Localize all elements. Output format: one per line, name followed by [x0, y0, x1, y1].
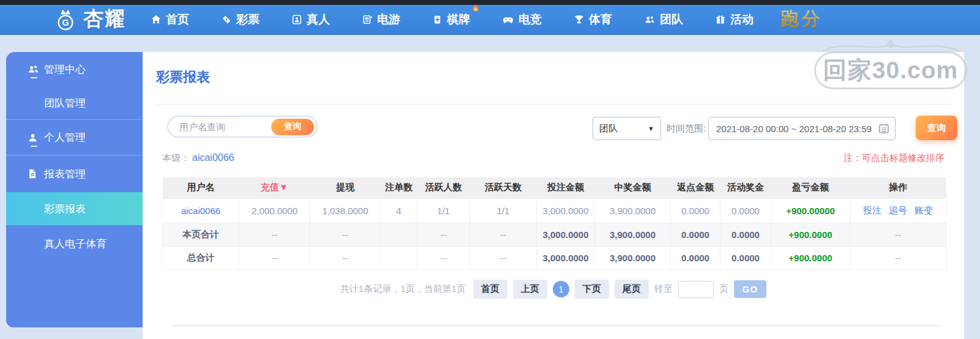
cell-profit: +900.00000 [771, 198, 850, 223]
cell: -- [310, 223, 381, 246]
col-activity-bonus[interactable]: 活动奖金 [720, 177, 771, 198]
cell-bet-amount: 3,000.0000 [537, 198, 595, 223]
sidebar-item-report-management[interactable]: 报表管理 [6, 155, 143, 192]
col-bet-count[interactable]: 注单数 [381, 177, 417, 198]
sidebar-label: 报表管理 [44, 167, 86, 181]
watermark-text: 回家30.com [814, 51, 967, 89]
nav-item-lottery[interactable]: 彩票 [221, 12, 260, 28]
svg-text:G: G [62, 17, 69, 27]
col-deposit-sorted[interactable]: 充值▼ [239, 177, 310, 198]
go-button[interactable]: GO [734, 280, 766, 298]
report-document-icon [27, 168, 38, 180]
calendar-icon[interactable] [878, 122, 890, 135]
col-label: 充值 [261, 182, 279, 192]
cell: 0.0000 [720, 223, 771, 246]
cell: -- [850, 246, 946, 269]
sidebar-menu: 管理中心 团队管理 个人管理 报表管理 彩票报表 真人电子体育 [6, 52, 143, 327]
cell-rebate: 0.0000 [671, 198, 720, 223]
lottery-ticket-icon [221, 14, 232, 25]
action-chase-link[interactable]: 追号 [889, 205, 907, 217]
sidebar-item-live-esports[interactable]: 真人电子体育 [6, 225, 143, 262]
nav-item-sports[interactable]: 体育 [574, 12, 612, 28]
scope-select[interactable]: 团队 ▼ [593, 117, 661, 140]
cell: 0.0000 [671, 246, 720, 269]
nav-label: 体育 [589, 12, 612, 28]
cell: 0.0000 [671, 223, 720, 246]
col-operations[interactable]: 操作 [850, 177, 946, 198]
nav-item-team[interactable]: 团队 [644, 12, 683, 28]
nav-item-slots[interactable]: 电游 [362, 12, 400, 28]
filter-search-button[interactable]: 查询 [916, 116, 957, 140]
current-page-badge[interactable]: 1 [553, 281, 569, 297]
nav-item-esports[interactable]: 电竞 [502, 12, 542, 28]
mahjong-tile-icon [432, 14, 443, 25]
cell-bet-count: 4 [381, 198, 417, 223]
date-range-label: 时间范围: [667, 123, 706, 135]
col-rebate-amount[interactable]: 返点金额 [671, 177, 720, 198]
cell: -- [310, 246, 381, 269]
prev-page-button[interactable]: 上页 [513, 280, 547, 299]
nav-item-live[interactable]: 真人 [291, 12, 330, 28]
person-icon [27, 132, 39, 143]
cell: -- [470, 223, 537, 246]
cell: 0.0000 [720, 246, 771, 269]
nav-item-boardgames[interactable]: 棋牌 [432, 12, 470, 28]
goto-page-input[interactable] [678, 281, 714, 298]
date-range-input[interactable] [716, 124, 874, 134]
cell-active-users: 1/1 [417, 198, 470, 223]
chevron-down-icon: ▼ [648, 125, 654, 132]
next-page-button[interactable]: 下页 [575, 280, 609, 299]
first-page-button[interactable]: 首页 [473, 280, 507, 299]
sidebar-label: 个人管理 [44, 130, 86, 144]
col-active-days[interactable]: 活跃天数 [470, 177, 537, 198]
col-withdraw[interactable]: 提现 [310, 177, 381, 198]
content-panel: 彩票报表 查询 团队 ▼ 时间范围: 查询 本级：aicai0066 注：可点击… [143, 52, 964, 339]
sidebar-item-lottery-report[interactable]: 彩票报表 [6, 192, 143, 225]
nav-label: 活动 [730, 12, 754, 28]
last-page-button[interactable]: 尾页 [615, 280, 649, 299]
nav-item-activity[interactable]: 活动 [715, 12, 754, 28]
sidebar-item-personal-management[interactable]: 个人管理 [6, 120, 143, 155]
nav-label: 电游 [377, 12, 400, 28]
nav-label: 团队 [660, 12, 683, 28]
table-row-user: aicai0066 2,000.0000 1,038.0000 4 1/1 1/… [163, 198, 946, 223]
cell [381, 223, 417, 246]
nav-label: 真人 [307, 12, 330, 28]
subtotal-label: 本页合计 [163, 223, 239, 246]
sidebar-item-team-management[interactable]: 团队管理 [6, 86, 143, 119]
gamepad-icon [502, 14, 514, 25]
sidebar-label: 团队管理 [44, 96, 86, 110]
col-active-users[interactable]: 活跃人数 [417, 177, 470, 198]
goto-label: 转至 [654, 283, 673, 295]
flourish-ornament-icon [817, 38, 964, 56]
management-team-icon [27, 64, 40, 75]
username-search-button[interactable]: 查询 [271, 119, 314, 135]
pagination: 共计1条记录，1页，当前第1页 首页 上页 1 下页 尾页 转至 页 GO [143, 280, 964, 299]
total-label: 总合计 [163, 246, 239, 269]
cell: -- [470, 246, 537, 269]
cell: -- [417, 223, 470, 246]
action-account-change-link[interactable]: 账变 [915, 205, 933, 217]
username-search-input[interactable] [179, 122, 271, 132]
cell: 3,000.0000 [537, 246, 595, 269]
col-win-amount[interactable]: 中奖金额 [595, 177, 671, 198]
sidebar-label: 管理中心 [44, 62, 86, 76]
brand-logo[interactable]: G 杏耀 [53, 6, 126, 33]
col-username[interactable]: 用户名 [163, 177, 239, 198]
cell: -- [239, 223, 310, 246]
cell: 3,000.0000 [537, 223, 595, 246]
trophy-icon [574, 14, 585, 25]
level-username-link[interactable]: aicai0066 [192, 152, 234, 163]
col-profit-amount[interactable]: 盈亏金额 [771, 177, 850, 198]
date-range-picker[interactable] [708, 117, 896, 140]
nav-item-home[interactable]: 首页 [151, 12, 189, 28]
nav-label: 棋牌 [447, 12, 470, 28]
username-link[interactable]: aicai0066 [181, 206, 220, 216]
col-bet-amount[interactable]: 投注金额 [537, 177, 595, 198]
sort-desc-icon: ▼ [279, 182, 288, 192]
cell-win-amount: 3,900.0000 [595, 198, 671, 223]
sidebar-item-management-center[interactable]: 管理中心 [6, 52, 143, 86]
action-bets-link[interactable]: 投注 [863, 205, 881, 217]
live-person-icon [291, 14, 302, 25]
nav-item-paofen[interactable]: 跑分 [780, 7, 823, 32]
